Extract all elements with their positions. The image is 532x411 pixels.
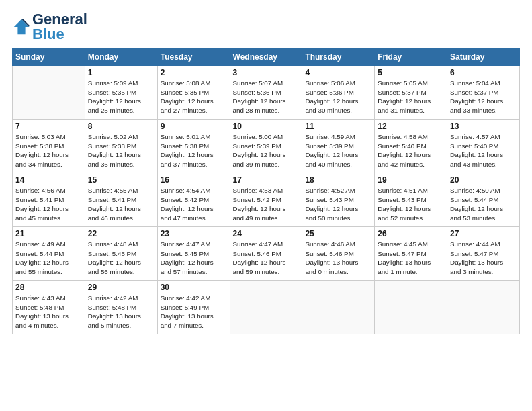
day-info-line: Sunset: 5:40 PM <box>450 142 498 150</box>
day-info-line: Daylight: 12 hours <box>161 259 214 266</box>
day-number: 26 <box>378 229 444 238</box>
day-info-line: Sunrise: 5:08 AM <box>161 79 211 87</box>
day-info: Sunrise: 4:58 AMSunset: 5:40 PMDaylight:… <box>378 132 444 169</box>
day-info-line: Sunset: 5:47 PM <box>378 250 426 257</box>
day-info: Sunrise: 4:47 AMSunset: 5:45 PMDaylight:… <box>161 240 227 277</box>
day-info-line: Sunset: 5:36 PM <box>233 89 281 96</box>
table-row: 8Sunrise: 5:02 AMSunset: 5:38 PMDaylight… <box>85 120 157 173</box>
day-info-line: Sunrise: 5:06 AM <box>305 79 355 87</box>
day-info-line: and 4 minutes. <box>15 322 58 329</box>
table-row: 15Sunrise: 4:55 AMSunset: 5:41 PMDayligh… <box>85 173 157 227</box>
day-info-line: Daylight: 12 hours <box>88 151 141 158</box>
day-number: 13 <box>450 122 517 131</box>
day-info-line: Sunrise: 4:53 AM <box>233 187 283 194</box>
day-number: 10 <box>233 122 300 131</box>
day-info-line: and 28 minutes. <box>233 107 280 114</box>
day-info-line: Sunset: 5:38 PM <box>161 142 209 150</box>
day-info: Sunrise: 5:02 AMSunset: 5:38 PMDaylight:… <box>88 132 154 169</box>
table-row: 12Sunrise: 4:58 AMSunset: 5:40 PMDayligh… <box>375 120 447 173</box>
day-info-line: Sunset: 5:42 PM <box>161 196 209 203</box>
table-row: 29Sunrise: 4:42 AMSunset: 5:48 PMDayligh… <box>85 281 157 334</box>
day-info-line: Daylight: 12 hours <box>378 151 431 158</box>
day-info: Sunrise: 5:00 AMSunset: 5:39 PMDaylight:… <box>233 132 300 169</box>
calendar-week-row: 7Sunrise: 5:03 AMSunset: 5:38 PMDaylight… <box>13 120 520 173</box>
day-info-line: Sunrise: 5:05 AM <box>378 79 428 87</box>
day-info: Sunrise: 5:06 AMSunset: 5:36 PMDaylight:… <box>305 79 371 116</box>
day-info-line: Daylight: 12 hours <box>233 259 286 266</box>
table-row: 20Sunrise: 4:50 AMSunset: 5:44 PMDayligh… <box>447 173 520 227</box>
day-info-line: Sunset: 5:40 PM <box>378 142 426 150</box>
day-info-line: and 39 minutes. <box>233 161 280 168</box>
svg-marker-0 <box>14 19 29 34</box>
day-info-line: Sunset: 5:46 PM <box>233 250 281 257</box>
table-row: 5Sunrise: 5:05 AMSunset: 5:37 PMDaylight… <box>375 66 447 120</box>
day-info-line: Daylight: 12 hours <box>161 151 214 158</box>
day-info-line: Daylight: 12 hours <box>88 97 141 105</box>
table-row: 18Sunrise: 4:52 AMSunset: 5:43 PMDayligh… <box>302 173 375 227</box>
table-row: 11Sunrise: 4:59 AMSunset: 5:39 PMDayligh… <box>302 120 375 173</box>
col-sunday: Sunday <box>13 49 85 66</box>
table-row <box>302 281 375 334</box>
day-number: 16 <box>161 175 227 185</box>
day-info: Sunrise: 4:42 AMSunset: 5:49 PMDaylight:… <box>161 293 227 330</box>
day-info-line: Sunset: 5:44 PM <box>15 250 64 257</box>
day-info: Sunrise: 4:45 AMSunset: 5:47 PMDaylight:… <box>378 240 444 277</box>
day-number: 24 <box>233 229 300 238</box>
day-info-line: Sunrise: 5:00 AM <box>233 133 283 140</box>
day-info-line: Sunrise: 5:09 AM <box>88 79 138 87</box>
day-info-line: Sunrise: 4:42 AM <box>88 294 138 302</box>
day-info: Sunrise: 4:48 AMSunset: 5:45 PMDaylight:… <box>88 240 154 277</box>
day-info-line: and 33 minutes. <box>450 107 497 114</box>
day-info-line: Daylight: 12 hours <box>378 97 431 105</box>
day-info-line: Daylight: 12 hours <box>88 205 141 212</box>
day-info-line: Sunset: 5:43 PM <box>305 196 353 203</box>
table-row: 26Sunrise: 4:45 AMSunset: 5:47 PMDayligh… <box>375 227 447 281</box>
day-info-line: and 30 minutes. <box>305 107 352 114</box>
day-info-line: and 37 minutes. <box>161 161 208 168</box>
calendar-header-row: Sunday Monday Tuesday Wednesday Thursday… <box>13 49 520 66</box>
day-info-line: Daylight: 12 hours <box>233 97 286 105</box>
day-info-line: Sunrise: 4:42 AM <box>161 294 211 302</box>
day-info-line: Sunrise: 4:44 AM <box>450 240 500 248</box>
day-info-line: Sunrise: 4:57 AM <box>450 133 500 140</box>
table-row: 19Sunrise: 4:51 AMSunset: 5:43 PMDayligh… <box>375 173 447 227</box>
day-info-line: and 36 minutes. <box>88 161 135 168</box>
day-number: 12 <box>378 122 444 131</box>
day-number: 28 <box>15 283 82 292</box>
day-info: Sunrise: 4:50 AMSunset: 5:44 PMDaylight:… <box>450 186 517 223</box>
day-info-line: Sunrise: 4:51 AM <box>378 187 428 194</box>
day-number: 14 <box>15 175 82 185</box>
day-info: Sunrise: 5:03 AMSunset: 5:38 PMDaylight:… <box>15 132 82 169</box>
day-info: Sunrise: 5:09 AMSunset: 5:35 PMDaylight:… <box>88 79 154 116</box>
day-info-line: Sunset: 5:38 PM <box>88 142 136 150</box>
day-number: 21 <box>15 229 82 238</box>
day-info-line: Daylight: 12 hours <box>305 97 358 105</box>
table-row: 1Sunrise: 5:09 AMSunset: 5:35 PMDaylight… <box>85 66 157 120</box>
calendar-week-row: 21Sunrise: 4:49 AMSunset: 5:44 PMDayligh… <box>13 227 520 281</box>
day-info-line: and 53 minutes. <box>450 214 497 222</box>
day-info-line: Daylight: 12 hours <box>161 97 214 105</box>
table-row: 21Sunrise: 4:49 AMSunset: 5:44 PMDayligh… <box>13 227 85 281</box>
day-info-line: Daylight: 13 hours <box>161 312 214 320</box>
calendar-week-row: 1Sunrise: 5:09 AMSunset: 5:35 PMDaylight… <box>13 66 520 120</box>
day-info-line: and 56 minutes. <box>88 268 135 275</box>
day-number: 22 <box>88 229 154 238</box>
day-info-line: Sunset: 5:39 PM <box>305 142 353 150</box>
day-info-line: Sunrise: 4:50 AM <box>450 187 500 194</box>
day-number: 2 <box>161 68 227 77</box>
table-row <box>230 281 302 334</box>
day-info-line: Sunrise: 4:54 AM <box>161 187 211 194</box>
day-info: Sunrise: 4:59 AMSunset: 5:39 PMDaylight:… <box>305 132 371 169</box>
table-row: 13Sunrise: 4:57 AMSunset: 5:40 PMDayligh… <box>447 120 520 173</box>
day-info-line: and 46 minutes. <box>88 214 135 222</box>
day-number: 27 <box>450 229 517 238</box>
day-number: 8 <box>88 122 154 131</box>
day-info-line: Daylight: 12 hours <box>233 205 286 212</box>
header: GeneralBlue <box>12 12 520 42</box>
day-info-line: and 31 minutes. <box>378 107 425 114</box>
day-info-line: Sunrise: 4:56 AM <box>15 187 66 194</box>
col-saturday: Saturday <box>447 49 520 66</box>
day-info-line: Daylight: 13 hours <box>378 259 431 266</box>
day-info-line: Sunset: 5:35 PM <box>88 89 136 96</box>
day-info: Sunrise: 4:53 AMSunset: 5:42 PMDaylight:… <box>233 186 300 223</box>
